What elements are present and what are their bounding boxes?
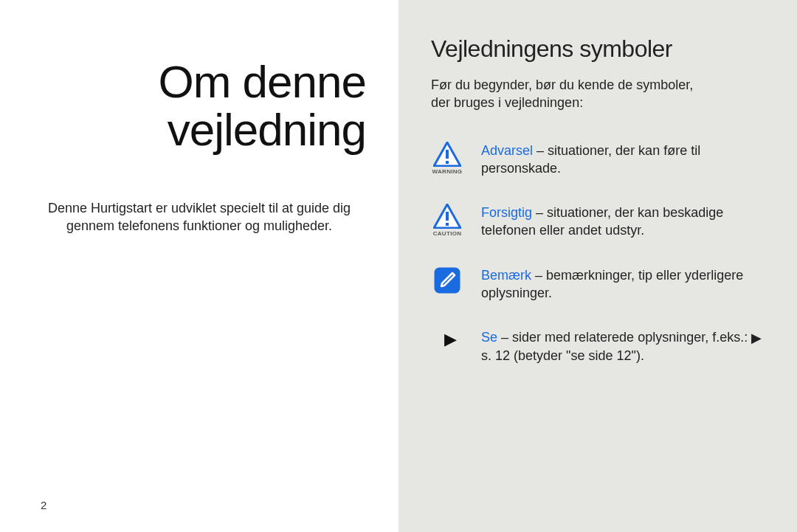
caution-dash: – — [532, 205, 547, 220]
intro-line-1: Denne Hurtigstart er udviklet specielt t… — [48, 201, 351, 215]
note-term: Bemærk — [481, 268, 531, 283]
caution-caption: CAUTION — [433, 230, 462, 237]
svg-rect-2 — [446, 161, 449, 164]
caution-term: Forsigtig — [481, 205, 532, 220]
note-icon — [431, 266, 463, 294]
see-icon: ▶ — [431, 328, 463, 349]
note-text: Bemærk – bemærkninger, tip eller yderlig… — [481, 266, 765, 303]
warning-caption: WARNING — [432, 168, 463, 175]
title-line-2: vejledning — [168, 104, 366, 155]
intro-line-2: gennem telefonens funktioner og mulighed… — [66, 218, 332, 233]
symbol-row-note: Bemærk – bemærkninger, tip eller yderlig… — [431, 266, 765, 303]
page-spread: Om denne vejledning Denne Hurtigstart er… — [0, 0, 797, 532]
see-arrow-icon: ▶ — [444, 330, 457, 349]
warning-icon: WARNING — [431, 142, 463, 175]
section-heading: Vejledningens symboler — [431, 35, 765, 63]
right-page: Vejledningens symboler Før du begynder, … — [398, 0, 797, 532]
see-rest-b: s. 12 (betyder "se side 12"). — [481, 348, 644, 363]
warning-dash: – — [533, 143, 548, 158]
svg-rect-6 — [435, 267, 460, 293]
caution-text: Forsigtig – situationer, der kan beskadi… — [481, 204, 765, 240]
lead-line-1: Før du begynder, bør du kende de symbole… — [431, 77, 693, 92]
svg-rect-5 — [446, 223, 449, 226]
caution-icon: CAUTION — [431, 204, 463, 237]
symbol-row-warning: WARNING Advarsel – situationer, der kan … — [431, 142, 765, 178]
symbol-row-see: ▶ Se – sider med relaterede oplysninger,… — [431, 328, 765, 365]
page-title: Om denne vejledning — [32, 58, 366, 153]
symbol-row-caution: CAUTION Forsigtig – situationer, der kan… — [431, 204, 765, 240]
svg-rect-4 — [446, 212, 449, 221]
lead-line-2: der bruges i vejledningen: — [431, 95, 583, 110]
title-line-1: Om denne — [158, 56, 366, 107]
note-dash: – — [531, 268, 546, 283]
section-lead: Før du begynder, bør du kende de symbole… — [431, 76, 765, 112]
see-text: Se – sider med relaterede oplysninger, f… — [481, 328, 765, 365]
see-inline-arrow-icon: ▶ — [751, 329, 762, 347]
caution-triangle-icon — [433, 204, 461, 229]
see-dash: – — [497, 330, 512, 345]
see-rest-a: sider med relaterede oplysninger, f.eks.… — [512, 330, 751, 345]
svg-rect-1 — [446, 150, 449, 159]
warning-term: Advarsel — [481, 143, 533, 158]
left-page: Om denne vejledning Denne Hurtigstart er… — [0, 0, 398, 532]
warning-text: Advarsel – situationer, der kan føre til… — [481, 142, 765, 178]
see-term: Se — [481, 330, 497, 345]
intro-text: Denne Hurtigstart er udviklet specielt t… — [32, 199, 366, 235]
note-pencil-icon — [433, 266, 461, 294]
page-number: 2 — [41, 499, 46, 511]
warning-triangle-icon — [433, 142, 461, 167]
